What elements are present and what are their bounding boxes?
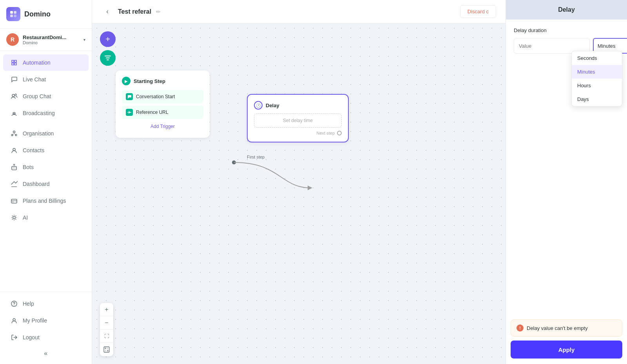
logo-area: Domino xyxy=(0,0,92,29)
right-panel: Delay Delay duration Seconds Minutes Hou… xyxy=(506,0,627,364)
sidebar: Domino R RestaurantDomi... Domino ▾ Auto… xyxy=(0,0,92,364)
svg-point-19 xyxy=(232,160,236,164)
sidebar-item-ai[interactable]: AI xyxy=(3,209,89,226)
app-name: Domino xyxy=(24,10,51,18)
svg-rect-0 xyxy=(10,11,13,14)
sidebar-item-plans-billings[interactable]: Plans and Billings xyxy=(3,193,89,209)
sidebar-item-automation[interactable]: Automation xyxy=(3,54,89,71)
play-icon: ▶ xyxy=(122,77,130,85)
svg-point-18 xyxy=(13,319,15,321)
sidebar-item-label: My Profile xyxy=(23,317,47,324)
sidebar-item-logout[interactable]: Logout xyxy=(3,329,89,346)
sidebar-item-label: Live Chat xyxy=(23,76,46,83)
trigger-label: Conversation Start xyxy=(136,94,175,99)
dropdown-option-hours[interactable]: Hours xyxy=(572,79,622,92)
trigger-item-conversation-start[interactable]: Conversation Start xyxy=(122,90,203,103)
starting-step-node[interactable]: ▶ Starting Step Conversation Start xyxy=(116,70,210,138)
organisation-icon xyxy=(10,130,18,137)
unit-dropdown-open: Seconds Minutes Hours Days xyxy=(571,51,622,106)
sidebar-item-label: Bots xyxy=(23,164,34,170)
svg-point-4 xyxy=(12,94,14,97)
delay-title: Delay xyxy=(266,103,279,108)
svg-rect-1 xyxy=(14,11,16,14)
sidebar-item-label: Help xyxy=(23,301,34,307)
profile-sub: Domino xyxy=(23,40,80,45)
dropdown-option-days[interactable]: Days xyxy=(572,92,622,106)
svg-point-14 xyxy=(13,202,13,202)
dashboard-icon xyxy=(10,180,18,188)
sidebar-item-label: Group Chat xyxy=(23,93,51,99)
sidebar-item-label: Broadcasting xyxy=(23,110,55,116)
add-trigger-button[interactable]: Add Trigger xyxy=(122,121,203,132)
svg-point-6 xyxy=(13,131,15,133)
duration-label: Delay duration xyxy=(514,27,619,33)
svg-rect-22 xyxy=(105,348,106,349)
sidebar-item-organisation[interactable]: Organisation xyxy=(3,125,89,142)
edit-title-icon[interactable]: ✏ xyxy=(156,9,161,15)
apply-button[interactable]: Apply xyxy=(511,341,622,359)
zoom-out-button[interactable]: − xyxy=(100,316,113,330)
profile-name: RestaurantDomi... xyxy=(23,34,80,40)
sidebar-item-label: Plans and Billings xyxy=(23,198,66,204)
collapse-sidebar-button[interactable]: « xyxy=(0,346,92,361)
dropdown-option-minutes[interactable]: Minutes xyxy=(572,65,622,79)
delay-node[interactable]: 🕐 Delay Set delay time Next step xyxy=(247,94,349,142)
panel-title: Delay xyxy=(506,0,627,20)
sidebar-item-label: Contacts xyxy=(23,147,44,153)
svg-point-17 xyxy=(14,305,14,306)
add-step-button[interactable]: + xyxy=(100,31,116,47)
svg-point-5 xyxy=(15,94,16,96)
svg-rect-10 xyxy=(12,166,16,170)
starting-step-title: Starting Step xyxy=(134,78,165,84)
delay-time-placeholder: Set delay time xyxy=(254,114,342,128)
avatar: R xyxy=(6,33,19,46)
zoom-controls: + − ⛶ xyxy=(100,303,113,356)
logo-icon xyxy=(6,7,20,21)
main-area: ‹ Test referal ✏ Discard c + ▶ Starting … xyxy=(92,0,506,364)
svg-point-9 xyxy=(13,148,15,151)
live-chat-icon xyxy=(10,76,18,83)
next-step-connector[interactable] xyxy=(337,131,342,135)
canvas-toolbar: + xyxy=(100,31,116,66)
back-button[interactable]: ‹ xyxy=(101,6,113,18)
fit-view-button[interactable]: ⛶ xyxy=(100,330,113,343)
sidebar-item-bots[interactable]: Bots xyxy=(3,159,89,175)
sidebar-item-live-chat[interactable]: Live Chat xyxy=(3,71,89,88)
svg-point-12 xyxy=(14,168,15,168)
dropdown-option-seconds[interactable]: Seconds xyxy=(572,51,622,65)
bots-icon xyxy=(10,163,18,171)
trigger-label: Reference URL xyxy=(136,110,169,115)
discard-button[interactable]: Discard c xyxy=(460,5,496,18)
sidebar-item-broadcasting[interactable]: Broadcasting xyxy=(3,105,89,121)
collapse-icon: « xyxy=(44,350,48,357)
svg-rect-23 xyxy=(107,348,109,349)
zoom-in-button[interactable]: + xyxy=(100,303,113,316)
panel-body: Delay duration Seconds Minutes Hours Day… xyxy=(506,20,627,364)
profile-section[interactable]: R RestaurantDomi... Domino ▾ xyxy=(0,29,92,51)
broadcasting-icon xyxy=(10,109,18,117)
minimap-button[interactable] xyxy=(100,343,113,356)
page-header: ‹ Test referal ✏ Discard c xyxy=(92,0,506,23)
error-message: ! Delay value can't be empty xyxy=(511,319,622,337)
svg-rect-3 xyxy=(14,14,16,17)
svg-rect-25 xyxy=(107,350,109,351)
my-profile-icon xyxy=(10,317,18,324)
next-step-label: Next step xyxy=(317,131,335,135)
profile-info: RestaurantDomi... Domino xyxy=(23,34,80,45)
sidebar-item-dashboard[interactable]: Dashboard xyxy=(3,176,89,192)
sidebar-item-group-chat[interactable]: Group Chat xyxy=(3,88,89,105)
trigger-item-reference-url[interactable]: Reference URL xyxy=(122,106,203,119)
chevron-down-icon: ▾ xyxy=(83,38,85,42)
sidebar-item-my-profile[interactable]: My Profile xyxy=(3,312,89,329)
svg-point-15 xyxy=(13,216,15,219)
svg-rect-13 xyxy=(11,199,17,203)
svg-rect-21 xyxy=(104,347,109,352)
svg-rect-2 xyxy=(10,14,13,17)
sidebar-item-help[interactable]: Help xyxy=(3,296,89,312)
filter-button[interactable] xyxy=(100,50,116,66)
plans-icon xyxy=(10,197,18,205)
sidebar-item-label: AI xyxy=(23,214,28,221)
sidebar-item-contacts[interactable]: Contacts xyxy=(3,142,89,159)
flow-canvas[interactable]: + ▶ Starting Step Conversation Start xyxy=(92,23,506,364)
error-text: Delay value can't be empty xyxy=(527,325,588,331)
